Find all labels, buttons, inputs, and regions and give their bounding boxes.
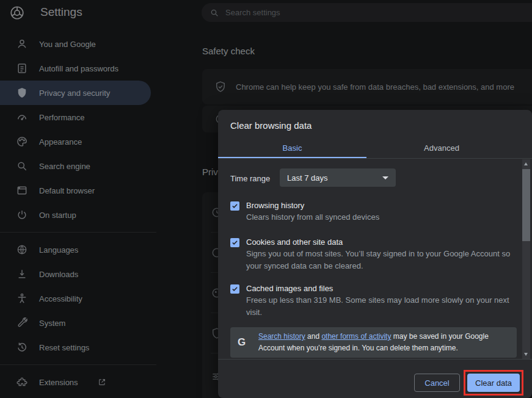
tab-advanced[interactable]: Advanced: [366, 139, 517, 158]
scrollbar-thumb[interactable]: [522, 169, 530, 241]
scroll-down-icon[interactable]: [524, 353, 528, 356]
checkbox-title: Browsing history: [246, 200, 511, 211]
tab-basic[interactable]: Basic: [218, 139, 366, 158]
scroll-up-icon[interactable]: [524, 162, 528, 165]
clear-browsing-data-dialog: Clear browsing data Basic Advanced Time …: [218, 110, 532, 398]
cached-images-row: Cached images and files Frees up less th…: [230, 283, 511, 319]
chevron-down-icon: [382, 176, 388, 179]
checkbox-description: Clears history from all synced devices: [246, 211, 511, 223]
checkbox-description: Frees up less than 319 MB. Some sites ma…: [246, 294, 511, 319]
time-range-select[interactable]: Last 7 days: [280, 168, 396, 187]
active-tab-underline: [218, 157, 366, 158]
time-range-label: Time range: [230, 174, 270, 183]
tabs-divider: [218, 158, 532, 159]
browsing-history-row: Browsing history Clears history from all…: [230, 200, 511, 223]
dialog-scrollbar[interactable]: [522, 159, 530, 359]
cancel-button[interactable]: Cancel: [414, 374, 460, 392]
browsing-history-checkbox[interactable]: [230, 201, 239, 211]
checkbox-title: Cached images and files: [246, 283, 511, 294]
google-g-icon: G: [238, 336, 252, 349]
cookies-checkbox[interactable]: [230, 238, 239, 247]
time-range-value: Last 7 days: [287, 173, 328, 183]
chrome-settings-page: Settings Search settings You and Google: [0, 0, 532, 398]
checkbox-title: Cookies and other site data: [246, 237, 511, 248]
clear-data-button[interactable]: Clear data: [467, 374, 520, 392]
search-history-link[interactable]: Search history: [258, 332, 305, 341]
dialog-footer-divider: [218, 359, 532, 360]
dialog-title: Clear browsing data: [230, 120, 312, 131]
google-note-text: Search history and other forms of activi…: [258, 331, 509, 354]
google-account-note: G Search history and other forms of acti…: [230, 327, 517, 358]
cached-images-checkbox[interactable]: [230, 284, 239, 294]
other-activity-link[interactable]: other forms of activity: [321, 332, 391, 341]
cookies-row: Cookies and other site data Signs you ou…: [230, 237, 511, 272]
checkbox-description: Signs you out of most sites. You’ll stay…: [246, 248, 511, 272]
